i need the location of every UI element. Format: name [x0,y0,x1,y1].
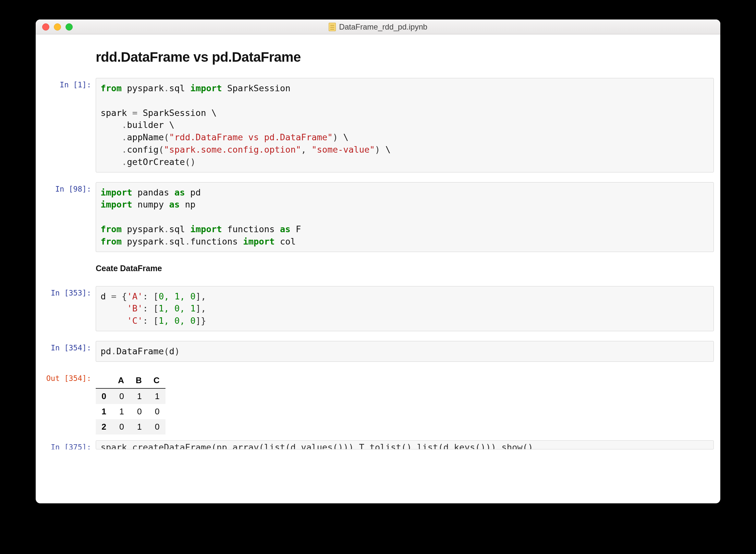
app-window: DataFrame_rdd_pd.ipynb rdd.DataFrame vs … [36,19,720,503]
cell: 1 [148,388,166,404]
zoom-button[interactable] [66,23,73,31]
corner-cell [96,373,112,388]
code-input-354[interactable]: pd.DataFrame(d) [96,341,714,362]
cell: 0 [112,419,130,435]
col-header: A [112,373,130,388]
window-titlebar: DataFrame_rdd_pd.ipynb [36,19,720,35]
table-row: 0 0 1 1 [96,388,166,404]
code-input-353[interactable]: d = {'A': [0, 1, 0], 'B': [1, 0, 1], 'C'… [96,286,714,331]
window-controls [36,23,73,31]
cell: 0 [148,419,166,435]
code-input-98[interactable]: import pandas as pd import numpy as np f… [96,182,714,252]
row-index: 2 [96,419,112,435]
markdown-cell-2[interactable]: Ceate DataFrame [42,262,714,276]
dataframe-output: A B C 0 0 1 1 1 [96,373,166,435]
code-cell-353[interactable]: In [353]: d = {'A': [0, 1, 0], 'B': [1, … [42,286,714,331]
cell: 1 [130,419,148,435]
code-cell-375-clipped[interactable]: In [375]: spark.createDataFrame(np.array… [42,440,714,449]
code-cell-98[interactable]: In [98]: import pandas as pd import nump… [42,182,714,252]
cell: 0 [112,388,130,404]
code-input-1[interactable]: from pyspark.sql import SparkSession spa… [96,78,714,172]
table-row: 2 0 1 0 [96,419,166,435]
prompt-in-353: In [353]: [42,286,96,331]
prompt-in-375: In [375]: [42,440,96,449]
table-row: 1 1 0 0 [96,404,166,419]
code-input-375[interactable]: spark.createDataFrame(np.array(list(d.va… [96,440,714,449]
prompt-in-98: In [98]: [42,182,96,252]
window-title: DataFrame_rdd_pd.ipynb [36,22,720,32]
minimize-button[interactable] [54,23,61,31]
heading-sub: Ceate DataFrame [96,264,714,273]
row-index: 1 [96,404,112,419]
prompt-out-354: Out [354]: [42,372,96,435]
close-button[interactable] [42,23,49,31]
prompt-empty [42,47,96,68]
output-cell-354: Out [354]: A B C 0 0 [42,372,714,435]
row-index: 0 [96,388,112,404]
cell: 1 [112,404,130,419]
notebook-icon [329,23,336,31]
col-header: B [130,373,148,388]
col-header: C [148,373,166,388]
window-title-text: DataFrame_rdd_pd.ipynb [339,22,427,32]
prompt-in-1: In [1]: [42,78,96,172]
cell: 0 [130,404,148,419]
cell: 0 [148,404,166,419]
code-cell-1[interactable]: In [1]: from pyspark.sql import SparkSes… [42,78,714,172]
code-cell-354[interactable]: In [354]: pd.DataFrame(d) [42,341,714,362]
heading-main: rdd.DataFrame vs pd.DataFrame [96,49,714,65]
markdown-cell[interactable]: rdd.DataFrame vs pd.DataFrame [42,47,714,68]
notebook-body[interactable]: rdd.DataFrame vs pd.DataFrame In [1]: fr… [36,35,720,503]
table-header-row: A B C [96,373,166,388]
cell: 1 [130,388,148,404]
prompt-empty-2 [42,262,96,276]
prompt-in-354: In [354]: [42,341,96,362]
